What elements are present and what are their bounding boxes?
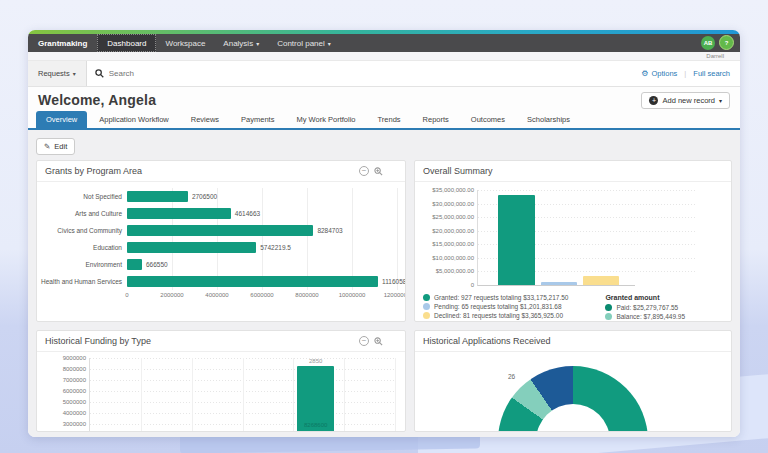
legend-dot: [605, 304, 612, 311]
plus-icon: +: [649, 96, 658, 105]
help-button[interactable]: ?: [719, 35, 734, 50]
tab-scholarships[interactable]: Scholarships: [517, 111, 580, 128]
bar-declined[interactable]: [583, 276, 619, 285]
gridline: [397, 188, 398, 205]
add-new-record-button[interactable]: + Add new record ▾: [641, 92, 730, 109]
chevron-down-icon: ▾: [719, 97, 722, 104]
gridline: [307, 239, 308, 256]
value-label: 2706500: [192, 193, 217, 200]
legend: Granted: 927 requests totaling $33,175,2…: [423, 294, 727, 320]
tab-my-work-portfolio[interactable]: My Work Portfolio: [286, 111, 365, 128]
gridline: [344, 358, 345, 431]
bar-row: Education5742219.5: [39, 239, 397, 256]
tab-reports[interactable]: Reports: [413, 111, 459, 128]
bar[interactable]: [127, 191, 188, 202]
search-icon: [95, 69, 104, 78]
x-tick: 0: [125, 292, 128, 298]
legend-column: Granted amountPaid: $25,279,767.55Balanc…: [605, 294, 727, 320]
bar-granted[interactable]: [498, 195, 534, 285]
legend-dot: [423, 303, 430, 310]
nav-item-label: Dashboard: [107, 39, 146, 48]
full-search-link[interactable]: Full search: [693, 69, 730, 78]
y-tick: $30,000,000.00: [432, 201, 478, 207]
gear-icon: ⚙: [641, 69, 648, 78]
gridline: [262, 256, 263, 273]
panel-title: Historical Applications Received: [423, 336, 551, 346]
y-tick: $10,000,000.00: [432, 255, 478, 261]
bar-row: Health and Human Services11160582: [39, 273, 397, 290]
legend-item: Pending: 65 requests totaling $1,201,831…: [423, 303, 605, 310]
gridline: [395, 358, 396, 431]
gridline: [307, 188, 308, 205]
gridline: [307, 205, 308, 222]
tab-payments[interactable]: Payments: [231, 111, 284, 128]
bar[interactable]: [127, 276, 378, 287]
zoom-icon[interactable]: [373, 166, 383, 176]
gridline: [397, 205, 398, 222]
y-tick: $20,000,000.00: [432, 228, 478, 234]
options-link[interactable]: ⚙Options: [641, 69, 677, 78]
user-label: Darrell: [706, 53, 724, 59]
nav-item-dashboard[interactable]: Dashboard: [97, 34, 156, 52]
bar[interactable]: [127, 242, 256, 253]
nav-item-analysis[interactable]: Analysis▾: [214, 34, 268, 52]
search-input[interactable]: [109, 69, 409, 78]
bar-row: Civics and Community8284703: [39, 222, 397, 239]
legend-dot: [423, 294, 430, 301]
legend-item: Paid: $25,279,767.55: [605, 304, 727, 311]
nav-item-workspace[interactable]: Workspace: [156, 34, 214, 52]
legend-label: Pending: 65 requests totaling $1,201,831…: [434, 303, 562, 310]
bar-track: 2706500: [127, 188, 397, 205]
user-avatar[interactable]: AB: [701, 36, 715, 50]
search-scope-dropdown[interactable]: Requests ▾: [28, 61, 87, 86]
category-label: Education: [39, 244, 127, 251]
y-tick: 0: [471, 282, 478, 288]
top-navbar: Grantmaking DashboardWorkspaceAnalysis▾C…: [28, 34, 740, 52]
collapse-icon[interactable]: −: [359, 336, 369, 346]
panel-title: Grants by Program Area: [45, 166, 142, 176]
x-tick: 8000000: [295, 292, 318, 298]
pencil-icon: ✎: [44, 142, 50, 151]
nav-item-control-panel[interactable]: Control panel▾: [268, 34, 340, 52]
x-tick: 4000000: [205, 292, 228, 298]
chevron-down-icon: ▾: [328, 40, 331, 47]
bar[interactable]: [127, 208, 231, 219]
gridline: [397, 256, 398, 273]
bar[interactable]: [127, 225, 313, 236]
bar[interactable]: [127, 259, 142, 270]
legend-label: Paid: $25,279,767.55: [616, 304, 678, 311]
grid-view-icon[interactable]: [387, 166, 397, 176]
tab-application-workflow[interactable]: Application Workflow: [89, 111, 178, 128]
bar-track: 666550: [127, 256, 397, 273]
chevron-down-icon: ▾: [256, 40, 259, 47]
x-tick: 12000000: [384, 292, 405, 298]
zoom-icon[interactable]: [373, 336, 383, 346]
tab-outcomes[interactable]: Outcomes: [461, 111, 515, 128]
x-tick: 2000000: [160, 292, 183, 298]
collapse-icon[interactable]: −: [359, 166, 369, 176]
bar-track: 5742219.5: [127, 239, 397, 256]
dashboard-content: ✎ Edit Grants by Program Area − Not Spec…: [28, 130, 740, 437]
x-tick: 10000000: [339, 292, 366, 298]
tab-trends[interactable]: Trends: [368, 111, 411, 128]
value-label: 4614663: [235, 210, 260, 217]
panel-title: Historical Funding by Type: [45, 336, 151, 346]
grid-view-icon[interactable]: [387, 336, 397, 346]
value-label: 8268600: [297, 422, 334, 428]
value-label: 11160582: [382, 278, 405, 285]
gridline: [172, 256, 173, 273]
legend-label: Declined: 81 requests totaling $3,365,92…: [434, 312, 563, 319]
slice-label: 26: [508, 373, 515, 380]
panel-historical-funding-by-type: Historical Funding by Type − 90000008000…: [36, 330, 406, 432]
category-label: Arts and Culture: [39, 210, 127, 217]
tab-overview[interactable]: Overview: [36, 111, 87, 128]
bar-track: 4614663: [127, 205, 397, 222]
edit-button[interactable]: ✎ Edit: [36, 138, 75, 155]
bar-pending[interactable]: [541, 282, 577, 285]
y-tick: 5000000: [63, 399, 90, 405]
gridline: [352, 188, 353, 205]
bar-row: Arts and Culture4614663: [39, 205, 397, 222]
bar[interactable]: 28508268600: [297, 366, 334, 431]
tab-reviews[interactable]: Reviews: [181, 111, 229, 128]
plot-area: $35,000,000.00$30,000,000.00$25,000,000.…: [477, 190, 635, 286]
